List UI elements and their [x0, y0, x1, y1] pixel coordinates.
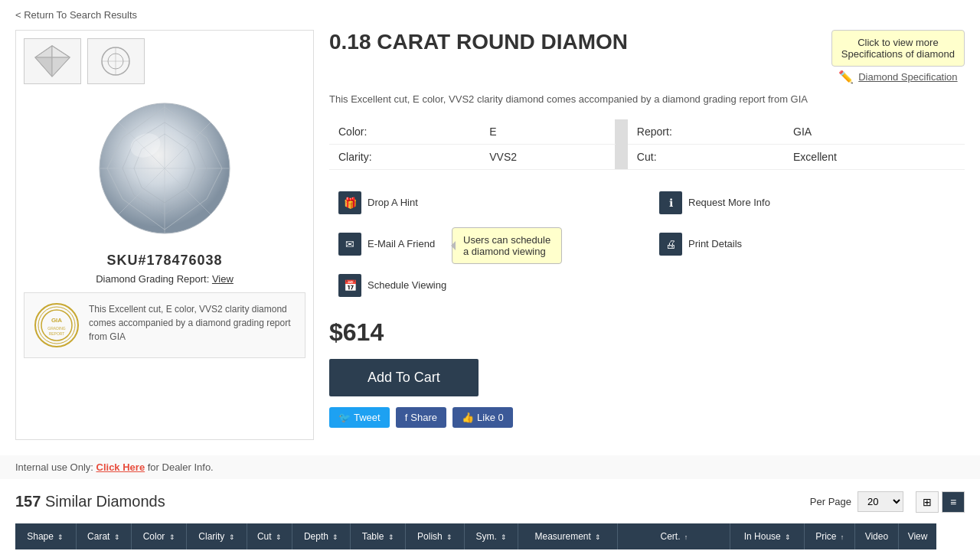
return-link[interactable]: < Return To Search Results: [0, 0, 980, 30]
sku: SKU#178476038: [24, 253, 305, 269]
request-info-label: Request More Info: [688, 197, 770, 208]
schedule-tooltip: Users can schedulea diamond viewing: [452, 227, 562, 264]
schedule-label: Schedule Viewing: [368, 279, 446, 291]
clarity-label: Clarity:: [329, 144, 480, 169]
col-shape[interactable]: Shape ⇕: [15, 523, 76, 549]
thumb-2[interactable]: [87, 38, 145, 84]
edit-icon[interactable]: ✏️: [838, 70, 854, 84]
request-info-button[interactable]: ℹ Request More Info: [650, 185, 965, 220]
internal-use-bar: Internal use Only: Click Here for Dealer…: [0, 455, 980, 479]
print-icon: 🖨: [659, 233, 682, 256]
col-price[interactable]: Price ↑: [805, 523, 855, 549]
drop-hint-icon: 🎁: [338, 191, 361, 214]
similar-count: 157: [15, 493, 41, 510]
add-to-cart-button[interactable]: Add To Cart: [329, 359, 479, 396]
print-details-button[interactable]: 🖨 Print Details: [650, 227, 965, 262]
internal-text: Internal use Only:: [15, 461, 93, 473]
color-value: E: [480, 119, 615, 145]
price: $614: [329, 318, 965, 347]
col-clarity[interactable]: Clarity ⇕: [187, 523, 247, 549]
print-label: Print Details: [688, 238, 742, 249]
schedule-viewing-button[interactable]: 📅 Schedule Viewing: [329, 268, 644, 303]
grid-view-button[interactable]: ⊞: [916, 491, 939, 513]
diamond-image: [88, 92, 241, 245]
col-view: View: [898, 523, 936, 549]
similar-title: 157 Similar Diamonds: [15, 493, 165, 510]
col-cert[interactable]: Cert. ↑: [618, 523, 730, 549]
svg-text:REPORT: REPORT: [49, 331, 65, 336]
col-depth[interactable]: Depth ⇕: [292, 523, 351, 549]
dealer-info-suffix: for Dealer Info.: [148, 461, 214, 473]
similar-label: Similar Diamonds: [45, 493, 165, 510]
spec-tooltip-text: Click to view moreSpecifications of diam…: [841, 37, 955, 60]
col-color[interactable]: Color ⇕: [132, 523, 187, 549]
view-toggles: ⊞ ≡: [916, 491, 965, 513]
list-view-button[interactable]: ≡: [942, 491, 965, 513]
col-sym[interactable]: Sym. ⇕: [465, 523, 518, 549]
schedule-tooltip-text: Users can schedulea diamond viewing: [463, 234, 550, 257]
specs-table: Color: E Report: GIA Clarity: VVS2 Cut: …: [329, 119, 965, 170]
email-icon: ✉: [338, 233, 361, 256]
like-icon: 👍: [462, 412, 474, 423]
right-panel: 0.18 CARAT ROUND DIAMON Click to view mo…: [329, 30, 965, 440]
spec-link[interactable]: Diamond Specification: [858, 71, 957, 83]
social-buttons: 🐦 Tweet f Share 👍 Like 0: [329, 407, 965, 428]
return-link-text[interactable]: < Return To Search Results: [15, 9, 137, 21]
table-header-row: Shape ⇕ Carat ⇕ Color ⇕ Clarity ⇕ Cut ⇕ …: [15, 523, 965, 549]
thumb-1[interactable]: [24, 38, 81, 84]
svg-text:GRADING: GRADING: [47, 326, 65, 331]
svg-marker-2: [52, 46, 70, 57]
per-page-select[interactable]: 20 50 100: [858, 491, 903, 512]
request-info-icon: ℹ: [659, 191, 682, 214]
twitter-icon: 🐦: [338, 412, 351, 423]
drop-hint-label: Drop A Hint: [368, 197, 418, 208]
diamonds-table: Shape ⇕ Carat ⇕ Color ⇕ Clarity ⇕ Cut ⇕ …: [15, 523, 965, 552]
clarity-value: VVS2: [480, 144, 615, 169]
actions-grid: 🎁 Drop A Hint ℹ Request More Info ✉ E-Ma…: [329, 185, 965, 303]
gia-logo: GIA GRADING REPORT: [34, 302, 80, 348]
cut-label: Cut:: [628, 144, 784, 169]
svg-marker-3: [35, 57, 52, 77]
col-carat[interactable]: Carat ⇕: [76, 523, 132, 549]
color-label: Color:: [329, 119, 480, 145]
svg-marker-1: [35, 46, 52, 57]
col-video: Video: [855, 523, 899, 549]
grading-report: Diamond Grading Report: View: [24, 273, 305, 285]
per-page-label: Per Page: [810, 496, 851, 507]
product-title: 0.18 CARAT ROUND DIAMON: [329, 30, 628, 54]
tweet-button[interactable]: 🐦 Tweet: [329, 407, 390, 428]
email-label: E-Mail A Friend: [368, 238, 435, 249]
left-panel: SKU#178476038 Diamond Grading Report: Vi…: [15, 30, 314, 440]
facebook-icon: f: [405, 412, 408, 423]
cut-value: Excellent: [784, 144, 965, 169]
thumbnail-row: [24, 38, 305, 84]
similar-section: 157 Similar Diamonds Per Page 20 50 100 …: [0, 479, 980, 552]
svg-point-19: [38, 307, 75, 344]
gia-description: This Excellent cut, E color, VVS2 clarit…: [89, 302, 296, 344]
per-page-control: Per Page 20 50 100: [810, 491, 903, 512]
view-grading-link[interactable]: View: [212, 273, 234, 285]
report-label: Report:: [628, 119, 784, 145]
dealer-info-link[interactable]: Click Here: [96, 461, 145, 473]
share-button[interactable]: f Share: [396, 407, 446, 428]
product-title-row: 0.18 CARAT ROUND DIAMON Click to view mo…: [329, 30, 965, 84]
spec-tooltip-wrapper: Click to view moreSpecifications of diam…: [831, 30, 965, 84]
similar-header: 157 Similar Diamonds Per Page 20 50 100 …: [15, 491, 965, 513]
col-cut[interactable]: Cut ⇕: [247, 523, 292, 549]
schedule-icon: 📅: [338, 274, 361, 297]
col-polish[interactable]: Polish ⇕: [406, 523, 465, 549]
like-button[interactable]: 👍 Like 0: [452, 407, 513, 428]
svg-marker-4: [52, 57, 70, 77]
drop-hint-button[interactable]: 🎁 Drop A Hint: [329, 185, 644, 220]
product-description: This Excellent cut, E color, VVS2 clarit…: [329, 92, 965, 107]
gia-box: GIA GRADING REPORT This Excellent cut, E…: [24, 292, 305, 358]
col-table[interactable]: Table ⇕: [351, 523, 406, 549]
svg-text:GIA: GIA: [51, 317, 62, 324]
report-value: GIA: [784, 119, 965, 145]
col-measurement[interactable]: Measurement ⇕: [518, 523, 618, 549]
spec-tooltip: Click to view moreSpecifications of diam…: [831, 30, 965, 67]
col-in-house[interactable]: In House ⇕: [730, 523, 805, 549]
